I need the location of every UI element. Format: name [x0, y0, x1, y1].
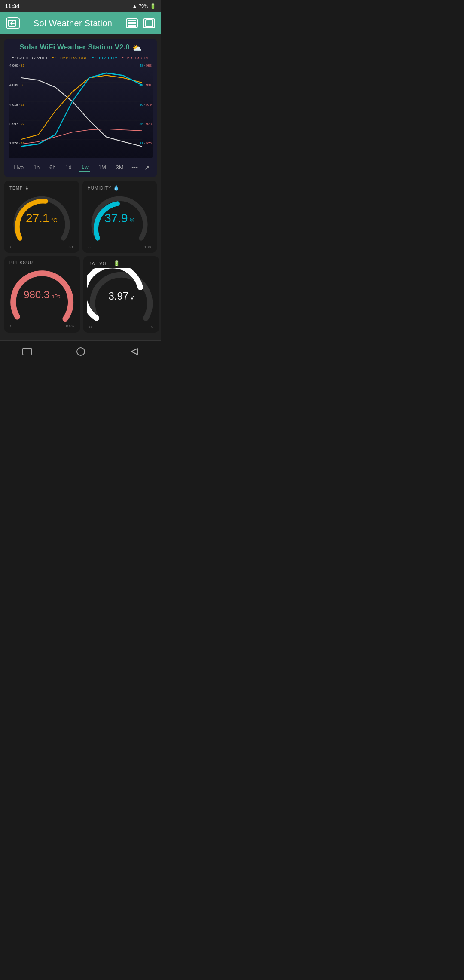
- chart-legend: 〜 BATTERY VOLT 〜 TEMPERATURE 〜 HUMIDITY …: [9, 55, 153, 61]
- svg-point-10: [77, 348, 85, 355]
- temp-value: 27.1 °C: [26, 211, 58, 225]
- weather-emoji: ⛅: [132, 43, 142, 53]
- nav-bar: [0, 340, 161, 364]
- batvolt-label: BAT VOLT 🔋: [87, 260, 120, 266]
- gauges-row-1: TEMP 🌡 27.1 °C 0 60: [4, 181, 157, 253]
- app-bar: Sol Weather Station: [0, 12, 161, 34]
- main-content: Solar WiFi Weather Station V2.0 ⛅ 〜 BATT…: [0, 34, 161, 340]
- time-btn-live[interactable]: Live: [12, 163, 25, 172]
- legend-battery: 〜 BATTERY VOLT: [12, 55, 48, 61]
- time-btn-1h[interactable]: 1h: [32, 163, 41, 172]
- battery-level: 79%: [139, 3, 148, 9]
- chart-svg: [21, 64, 142, 158]
- back-button[interactable]: [6, 17, 20, 29]
- nav-back[interactable]: [126, 345, 143, 358]
- svg-marker-11: [131, 349, 137, 355]
- chart-area: 4.060·31 4.039·30 4.018·29 3.997·27 3.97…: [9, 64, 153, 158]
- pressure-label: PRESSURE: [8, 260, 37, 265]
- legend-temperature: 〜 TEMPERATURE: [52, 55, 89, 61]
- gauges-row-2: PRESSURE 980.3 hPa 0 1023: [4, 256, 157, 333]
- battery-icon: 🔋: [150, 3, 156, 9]
- humidity-icon: 💧: [113, 185, 120, 191]
- batvolt-gauge-card: BAT VOLT 🔋 3.97 V 0 5: [83, 256, 159, 333]
- nav-recent-apps[interactable]: [18, 345, 36, 358]
- humidity-scale: 0 100: [86, 245, 154, 249]
- temp-gauge: 27.1 °C: [9, 193, 74, 244]
- time-btn-1d[interactable]: 1d: [64, 163, 73, 172]
- batvolt-gauge: 3.97 V: [87, 268, 156, 324]
- batvolt-value: 3.97 V: [108, 290, 134, 302]
- temp-icon: 🌡: [24, 185, 30, 191]
- time-btn-3m[interactable]: 3M: [114, 163, 125, 172]
- pressure-gauge-card: PRESSURE 980.3 hPa 0 1023: [4, 256, 80, 333]
- humidity-gauge-card: HUMIDITY 💧 37.9 % 0 100: [82, 181, 157, 253]
- humidity-value: 37.9 %: [104, 211, 135, 225]
- time-range-controls: Live 1h 6h 1d 1w 1M 3M ••• ↗: [9, 160, 153, 173]
- svg-rect-3: [128, 25, 136, 27]
- export-icon[interactable]: ↗: [144, 164, 150, 171]
- nav-home[interactable]: [72, 345, 89, 358]
- svg-rect-4: [146, 20, 153, 27]
- time-btn-6h[interactable]: 6h: [48, 163, 57, 172]
- legend-pressure: 〜 PRESSURE: [121, 55, 150, 61]
- temp-label: TEMP 🌡: [8, 185, 30, 191]
- humidity-label: HUMIDITY 💧: [86, 185, 120, 191]
- temp-scale: 0 60: [8, 245, 76, 249]
- legend-humidity: 〜 HUMIDITY: [92, 55, 118, 61]
- status-right: ▲ 79% 🔋: [132, 3, 156, 9]
- menu-icon[interactable]: [126, 18, 138, 28]
- time-btn-1w[interactable]: 1w: [79, 163, 90, 172]
- app-title: Sol Weather Station: [34, 18, 112, 28]
- status-time: 11:34: [5, 3, 19, 9]
- humidity-gauge: 37.9 %: [87, 193, 152, 244]
- pressure-value: 980.3 hPa: [24, 289, 61, 301]
- status-bar: 11:34 ▲ 79% 🔋: [0, 0, 161, 12]
- chart-section: Solar WiFi Weather Station V2.0 ⛅ 〜 BATT…: [4, 39, 157, 177]
- chart-title: Solar WiFi Weather Station V2.0: [19, 43, 129, 52]
- more-options-icon[interactable]: •••: [131, 164, 138, 171]
- pressure-gauge: 980.3 hPa: [8, 267, 76, 323]
- window-icon[interactable]: [143, 18, 155, 28]
- pressure-scale: 0 1023: [8, 324, 76, 328]
- time-btn-1m[interactable]: 1M: [97, 163, 108, 172]
- batvolt-icon: 🔋: [113, 260, 120, 266]
- batvolt-scale: 0 5: [87, 325, 156, 329]
- app-bar-actions: [126, 18, 155, 28]
- svg-rect-1: [128, 20, 136, 21]
- svg-rect-2: [128, 22, 136, 24]
- signal-icon: ▲: [132, 3, 137, 9]
- temp-gauge-card: TEMP 🌡 27.1 °C 0 60: [4, 181, 79, 253]
- y-labels-right: 48·983 44·981 40·979 36·978 31·976: [140, 64, 152, 145]
- svg-rect-9: [23, 348, 31, 355]
